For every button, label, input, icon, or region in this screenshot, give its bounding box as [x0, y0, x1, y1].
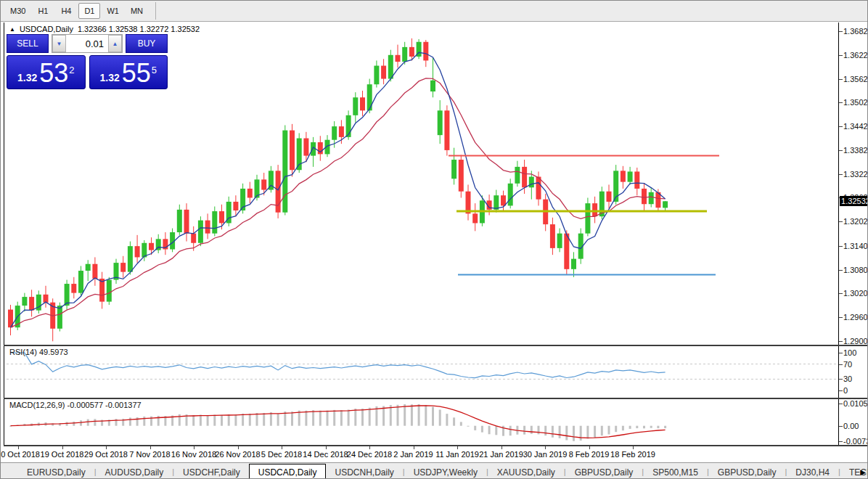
date-axis-tick — [282, 446, 282, 449]
toolbar-separator — [155, 2, 156, 20]
current-price-flag: 1.32532 — [840, 196, 868, 206]
chart-tab-usdchf-daily[interactable]: USDCHF,Daily — [174, 465, 249, 479]
date-axis-label: 5 Dec 2018 — [261, 450, 302, 459]
timeframe-button-W1[interactable]: W1 — [102, 3, 124, 19]
buy-price-prefix: 1.32 — [99, 70, 119, 86]
chart-tab-sp500-m15[interactable]: SP500,M15 — [644, 465, 707, 479]
rsi-axis-label: 0 — [843, 386, 848, 395]
chart-tab-xauusd-daily[interactable]: XAUUSD,Daily — [488, 465, 564, 479]
macd-axis-tick — [839, 404, 843, 404]
lot-decrease-button[interactable]: ▼ — [52, 35, 66, 52]
buy-price-main: 55 — [122, 61, 151, 86]
chart-tab-gbpusd-daily[interactable]: GBPUSD,Daily — [566, 465, 642, 479]
date-axis-tick — [414, 446, 414, 449]
sell-price-pip: 2 — [69, 56, 74, 85]
date-axis-tick — [633, 446, 634, 449]
date-axis-label: 16 Nov 2018 — [171, 450, 216, 459]
price-axis-tick — [839, 341, 843, 342]
price-axis-tick — [839, 317, 843, 318]
date-axis-label: 30 Jan 2019 — [523, 450, 568, 459]
main-chart-pane: ▲ USDCAD,Daily 1.32366 1.32538 1.32272 1… — [4, 22, 868, 345]
price-axis-label: 1.30205 — [843, 289, 868, 298]
chart-ohlc-values: 1.32366 1.32538 1.32272 1.32532 — [78, 25, 200, 33]
rsi-axis-label: 70 — [843, 360, 852, 369]
date-axis-label: 10 Oct 2018 — [0, 450, 40, 459]
price-axis-tick — [839, 79, 843, 80]
chart-tab-eurusd-daily[interactable]: EURUSD,Daily — [18, 465, 94, 479]
date-axis-tick — [238, 446, 239, 449]
price-axis-label: 1.35020 — [843, 98, 868, 107]
timeframe-button-H4[interactable]: H4 — [55, 3, 77, 19]
chart-tab-gbpusd-daily[interactable]: GBPUSD,Daily — [709, 465, 785, 479]
price-axis-label: 1.36820 — [843, 27, 868, 36]
price-axis-label: 1.29605 — [843, 313, 868, 322]
price-axis-label: 1.31405 — [843, 242, 868, 250]
date-axis-label: 21 Jan 2019 — [479, 450, 523, 459]
price-axis-label: 1.35620 — [843, 75, 868, 83]
lot-increase-button[interactable]: ▲ — [108, 35, 122, 52]
chart-frame: ▲ USDCAD,Daily 1.32366 1.32538 1.32272 1… — [4, 22, 868, 462]
date-axis-tick — [457, 446, 458, 449]
date-axis-tick — [501, 446, 502, 449]
price-axis-tick — [839, 221, 843, 222]
chart-tab-usdjpy-weekly[interactable]: USDJPY,Weekly — [405, 465, 486, 479]
price-axis-tick — [839, 174, 843, 175]
chart-tab-bar: EURUSD,Daily|AUDUSD,Daily|USDCHF,DailyUS… — [1, 462, 868, 479]
price-axis-tick — [839, 31, 843, 32]
rsi-plot — [4, 346, 839, 398]
sell-button[interactable]: SELL — [7, 34, 49, 53]
price-axis-tick — [839, 150, 843, 151]
date-axis-tick — [18, 446, 19, 449]
chart-symbol-title: USDCAD,Daily — [20, 25, 73, 33]
lot-size-input[interactable]: 0.01 — [66, 35, 108, 52]
rsi-pane: RSI(14) 49.5973 10070300 — [4, 346, 868, 398]
price-axis-tick — [839, 102, 843, 103]
date-axis: 10 Oct 201819 Oct 201829 Oct 20187 Nov 2… — [4, 446, 868, 464]
buy-price-pip: 5 — [152, 56, 157, 85]
rsi-axis-tick — [839, 390, 843, 391]
price-axis-label: 1.33220 — [843, 170, 868, 179]
tab-scroll-right-arrow[interactable]: ▶ — [860, 468, 866, 476]
chart-tab-dj30-h4[interactable]: DJ30,H4 — [787, 465, 838, 479]
price-axis-label: 1.32020 — [843, 217, 868, 226]
date-axis-label: 26 Nov 2018 — [215, 450, 260, 459]
sell-price-main: 53 — [39, 61, 68, 86]
sell-quote-box[interactable]: 1.32 53 2 — [7, 55, 86, 89]
rsi-axis-tick — [839, 364, 843, 365]
rsi-axis-tick — [839, 353, 843, 353]
price-axis-label: 1.33820 — [843, 146, 868, 155]
timeframe-button-M30[interactable]: M30 — [5, 3, 30, 19]
buy-button[interactable]: BUY — [126, 34, 168, 53]
price-axis-label: 1.34420 — [843, 122, 868, 131]
price-axis-tick — [839, 293, 843, 294]
date-axis-label: 14 Dec 2018 — [303, 450, 348, 459]
date-axis-label: 18 Feb 2019 — [610, 450, 655, 459]
buy-quote-box[interactable]: 1.32 55 5 — [89, 55, 168, 89]
price-axis-tick — [839, 246, 843, 247]
date-axis-label: 8 Feb 2019 — [569, 450, 610, 459]
price-axis-tick — [839, 270, 843, 271]
collapse-icon[interactable]: ▲ — [9, 26, 15, 33]
price-axis-label: 1.30805 — [843, 266, 868, 274]
date-axis-label: 19 Oct 2018 — [41, 450, 84, 459]
chart-tab-usdcad-daily[interactable]: USDCAD,Daily — [249, 464, 327, 479]
macd-axis-tick — [839, 441, 843, 442]
macd-axis-label: 0.00 — [843, 422, 859, 430]
timeframe-button-MN[interactable]: MN — [126, 3, 148, 19]
rsi-label: RSI(14) 49.5973 — [9, 348, 68, 356]
chart-tab-audusd-daily[interactable]: AUDUSD,Daily — [97, 465, 173, 479]
macd-label: MACD(12,26,9) -0.000577 -0.001377 — [9, 401, 142, 409]
date-axis-tick — [326, 446, 327, 449]
timeframe-button-H1[interactable]: H1 — [32, 3, 54, 19]
date-axis-tick — [150, 446, 151, 449]
trading-terminal-window: { "toolbar": { "timeframes": [ {"label":… — [0, 0, 868, 479]
date-axis-tick — [62, 446, 63, 449]
rsi-axis-label: 100 — [843, 348, 856, 357]
date-axis-label: 11 Jan 2019 — [435, 450, 479, 459]
macd-axis-label: 0.010525 — [843, 399, 868, 408]
rsi-axis-tick — [839, 379, 843, 380]
timeframe-button-D1[interactable]: D1 — [78, 3, 100, 19]
date-axis-label: 2 Jan 2019 — [393, 450, 433, 459]
price-axis-tick — [839, 126, 843, 127]
chart-tab-usdcnh-daily[interactable]: USDCNH,Daily — [326, 465, 402, 479]
